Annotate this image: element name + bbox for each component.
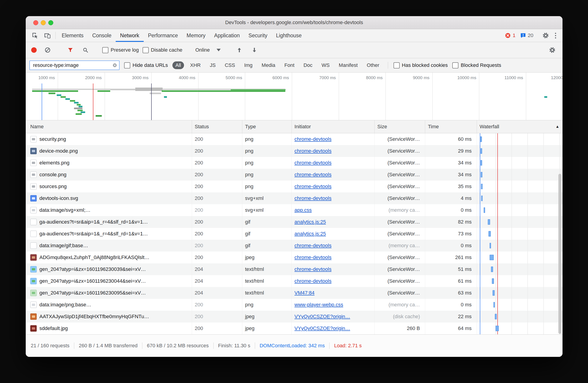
network-overview[interactable]: 1000 ms2000 ms3000 ms4000 ms5000 ms6000 … [26,73,563,120]
filter-input[interactable] [33,62,110,68]
disable-cache-checkbox[interactable]: Disable cache [143,47,182,53]
request-row[interactable]: device-mode.png 200 png chrome-devtools … [26,145,563,157]
blocked-requests-checkbox[interactable]: Blocked Requests [452,62,501,68]
filter-toggle-button[interactable] [65,47,76,53]
has-blocked-cookies-checkbox[interactable]: Has blocked cookies [394,62,448,68]
filter-pill-xhr[interactable]: XHR [187,61,204,69]
cell-size: (ServiceWor… [375,263,425,275]
tab-application[interactable]: Application [210,29,244,42]
checkbox-box[interactable] [394,62,400,68]
waterfall-bar [492,278,494,284]
zoom-window-button[interactable] [48,20,53,25]
request-row[interactable]: data:image/png;base… 200 png www-player-… [26,299,563,311]
network-settings-button[interactable] [546,47,558,54]
window-titlebar[interactable]: DevTools - developers.google.com/web/too… [26,16,563,29]
preserve-log-checkbox[interactable]: Preserve log [102,47,139,53]
column-header-type[interactable]: Type [242,120,292,133]
filter-pill-other[interactable]: Other [364,61,382,69]
initiator-link[interactable]: app.css [294,207,312,213]
request-row[interactable]: gen_204?atyp=i&zx=1601196230039&sei=xV… … [26,263,563,275]
initiator-link[interactable]: chrome-devtools [294,148,332,154]
cell-status: 204 [192,287,242,299]
clear-network-log-button[interactable] [42,47,54,53]
filter-pill-all[interactable]: All [172,61,184,69]
column-header-initiator[interactable]: Initiator [292,120,375,133]
column-header-waterfall[interactable]: Waterfall ▲ [477,120,563,133]
initiator-link[interactable]: chrome-devtools [294,195,332,201]
initiator-link[interactable]: www-player-webp.css [294,302,343,308]
load-marker-line [497,263,498,275]
initiator-link[interactable]: analytics.js:25 [294,231,326,237]
initiator-link[interactable]: chrome-devtools [294,243,332,249]
inspect-element-button[interactable] [29,29,41,42]
request-row[interactable]: devtools-icon.svg 200 svg+xml chrome-dev… [26,192,563,204]
filter-pill-doc[interactable]: Doc [301,61,315,69]
clear-filter-icon[interactable] [112,63,117,68]
toggle-device-toolbar-button[interactable] [41,29,54,42]
request-row[interactable]: gen_204?atyp=i&zx=1601196230044&sei=xV… … [26,275,563,287]
initiator-link[interactable]: chrome-devtools [294,172,332,178]
request-row[interactable]: console.png 200 png chrome-devtools (Ser… [26,169,563,181]
issues-badge[interactable]: 20 [518,33,536,38]
tab-performance[interactable]: Performance [144,29,182,42]
devtools-tabbar: Elements Console Network Performance Mem… [26,29,563,42]
initiator-link[interactable]: chrome-devtools [294,136,332,142]
request-row[interactable]: AATXAJywSIpD1jf4EbqHXTfbe0mnyHqGFNTu… 20… [26,311,563,323]
initiator-link[interactable]: VYyQv0CSZOE?origin… [294,326,350,331]
request-row[interactable]: data:image/svg+xml;… 200 svg+xml app.css… [26,204,563,216]
request-row[interactable]: gen_204?atyp=i&zx=1601196230095&sei=xV… … [26,287,563,299]
filter-pill-ws[interactable]: WS [319,61,333,69]
column-header-size[interactable]: Size [375,120,425,133]
initiator-link[interactable]: chrome-devtools [294,278,332,284]
initiator-link[interactable]: chrome-devtools [294,160,332,166]
filter-pill-font[interactable]: Font [281,61,297,69]
initiator-link[interactable]: VYyQv0CSZOE?origin… [294,314,350,320]
search-network-button[interactable] [80,47,91,53]
initiator-link[interactable]: VM47:84 [294,290,315,296]
tab-security[interactable]: Security [244,29,272,42]
column-header-name[interactable]: Name [26,120,192,133]
checkbox-box[interactable] [452,62,459,68]
filter-pill-manifest[interactable]: Manifest [336,61,360,69]
initiator-link[interactable]: chrome-devtools [294,184,332,190]
request-row[interactable]: sddefault.jpg 200 jpeg VYyQv0CSZOE?origi… [26,323,563,334]
minimize-window-button[interactable] [41,20,46,25]
filter-input-box[interactable] [29,60,120,70]
import-har-button[interactable] [234,47,245,53]
column-header-status[interactable]: Status [192,120,242,133]
column-header-time[interactable]: Time [425,120,477,133]
request-row[interactable]: elements.png 200 png chrome-devtools (Se… [26,157,563,169]
tab-console[interactable]: Console [88,29,116,42]
more-options-button[interactable] [552,33,559,38]
filter-pill-css[interactable]: CSS [222,61,238,69]
console-errors-badge[interactable]: 1 [503,33,518,38]
checkbox-box[interactable] [143,47,149,53]
checkbox-box[interactable] [124,62,130,68]
export-har-button[interactable] [249,47,260,53]
request-row[interactable]: sources.png 200 png chrome-devtools (Ser… [26,181,563,192]
tab-memory[interactable]: Memory [182,29,210,42]
filter-pill-img[interactable]: Img [241,61,255,69]
request-row[interactable]: ga-audiences?t=sr&aip=1&_r=4&slf_rd=1&v=… [26,228,563,240]
checkbox-box[interactable] [102,47,108,53]
filter-pill-js[interactable]: JS [207,61,219,69]
record-network-log-button[interactable] [31,47,37,53]
tab-elements[interactable]: Elements [57,29,88,42]
request-row[interactable]: ga-audiences?t=sr&aip=1&_r=4&slf_rd=1&v=… [26,216,563,228]
hide-data-urls-checkbox[interactable]: Hide data URLs [124,62,168,68]
dcl-marker-line [480,240,480,251]
close-window-button[interactable] [33,20,38,25]
cell-name: gen_204?atyp=i&zx=1601196230095&sei=xV… [26,287,192,299]
request-row[interactable]: security.png 200 png chrome-devtools (Se… [26,133,563,145]
throttling-select[interactable]: Online [194,47,223,53]
initiator-link[interactable]: analytics.js:25 [294,219,326,225]
request-row[interactable]: ADGmqu8qexLZuhphT_0Aj88Ng8riLFKASQlslt… … [26,251,563,263]
filter-pill-media[interactable]: Media [259,61,278,69]
initiator-link[interactable]: chrome-devtools [294,254,332,260]
devtools-settings-button[interactable] [540,32,552,39]
tab-lighthouse[interactable]: Lighthouse [272,29,306,42]
tab-network[interactable]: Network [116,29,144,42]
initiator-link[interactable]: chrome-devtools [294,266,332,272]
request-row[interactable]: data:image/gif;base… 200 gif chrome-devt… [26,240,563,251]
vertical-scrollbar-thumb[interactable] [558,174,561,334]
